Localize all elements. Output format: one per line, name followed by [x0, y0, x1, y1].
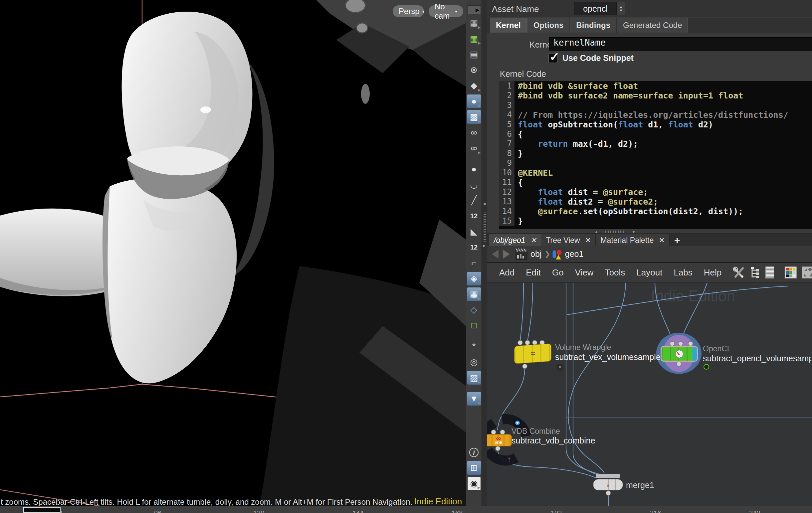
pane-splitter[interactable]: ◀ ▶	[482, 0, 487, 513]
pane-tab--obj-geo1[interactable]: /obj/geo1✕	[489, 234, 541, 246]
construction-plane-icon[interactable]: ▦▶	[467, 16, 481, 30]
tree-list-icon[interactable]	[749, 266, 760, 279]
prim-numbers-icon[interactable]: 12	[467, 241, 481, 254]
code-line[interactable]: 9	[499, 158, 812, 168]
node-name-label[interactable]: subtract_opencl_volumesample	[703, 354, 812, 363]
view-eye-icon[interactable]: ◉▶	[467, 477, 481, 490]
point-normals-icon[interactable]: ╱	[467, 193, 481, 207]
menu-help[interactable]: Help	[704, 268, 722, 278]
node-merge[interactable]: ⇣	[593, 479, 623, 490]
node-volume-wrangle[interactable]: ≈	[514, 343, 551, 364]
pane-tab-material-palette[interactable]: Material Palette✕	[596, 234, 670, 246]
param-tab-generated-code[interactable]: Generated Code	[617, 18, 688, 33]
code-line[interactable]: 5float opSubtraction(float d1, float d2)	[499, 120, 812, 129]
node-opencl[interactable]	[661, 346, 698, 362]
node-name-label[interactable]: subtract_vex_volumesample	[555, 352, 661, 362]
point-markers-icon[interactable]: ●	[467, 162, 481, 176]
background-image-icon[interactable]: ▨▶	[467, 371, 481, 385]
scene-viewport[interactable]: Persp ▾ No cam ▾ t zooms. Spacebar-Ctrl-…	[0, 0, 466, 506]
prim-normals-icon[interactable]: ◣	[467, 225, 481, 239]
pane-tab-label: Material Palette	[600, 236, 654, 245]
splitter-handle[interactable]	[484, 212, 486, 242]
code-line[interactable]: 1#bind vdb &surface float	[499, 81, 812, 91]
visualizers-icon[interactable]: ∞	[467, 126, 481, 140]
technical-tools-icon[interactable]	[733, 266, 746, 279]
merge-multi-input[interactable]	[596, 474, 620, 478]
vex-snippet-badge: ≡	[556, 364, 563, 371]
breadcrumb-root[interactable]: obj	[530, 249, 542, 259]
network-editor[interactable]: Indie Edition	[487, 283, 812, 506]
close-icon[interactable]: ✕	[659, 236, 665, 244]
menu-add[interactable]: Add	[499, 268, 515, 278]
shapes-palette-icon[interactable]	[801, 266, 812, 279]
node-vdb-combine[interactable]: ∞ VDB	[487, 434, 512, 447]
normal-lighting-icon[interactable]: ●▶	[467, 94, 481, 108]
history-forward-button[interactable]	[503, 250, 510, 259]
uv-texture-icon[interactable]: ▦▶	[467, 288, 481, 301]
menu-go[interactable]: Go	[552, 268, 564, 278]
asset-name-spinner[interactable]: ▲▼	[617, 2, 625, 15]
lock-camera-icon[interactable]: ▤	[467, 48, 481, 61]
color-palette-icon[interactable]	[784, 266, 798, 279]
code-line[interactable]: 7 return max(-d1, d2);	[499, 139, 812, 149]
kernel-name-field[interactable]: kernelName	[549, 37, 812, 51]
node-name-label[interactable]: merge1	[626, 480, 654, 490]
parameter-list-icon[interactable]	[764, 266, 775, 279]
current-frame-field[interactable]	[23, 507, 61, 513]
camera-select-button[interactable]: No cam ▾	[429, 5, 463, 17]
scene-visualizers-icon[interactable]: ∞▶	[467, 141, 481, 155]
code-line[interactable]: 14 @surface.set(opSubtraction(dist2, dis…	[499, 207, 812, 216]
param-tab-kernel[interactable]: Kernel	[490, 18, 527, 33]
asset-name-dropdown[interactable]: opencl	[574, 2, 617, 15]
group-display-icon[interactable]: ◎	[467, 355, 481, 369]
playbar-ruler[interactable]: 7296120144168192216240	[0, 506, 812, 513]
info-icon[interactable]: i	[467, 446, 481, 459]
pane-maximize-button[interactable]: ▶	[467, 5, 481, 14]
collapse-left-icon[interactable]: ◀	[483, 202, 486, 206]
spinner-down-icon[interactable]: ▼	[619, 9, 623, 12]
code-line[interactable]: 15}	[499, 216, 812, 226]
menu-icon-group	[733, 266, 812, 279]
code-line[interactable]: 13 float dist2 = @surface2;	[499, 197, 812, 207]
hull-display-icon[interactable]: □	[467, 319, 481, 332]
wireframe-display-icon[interactable]: ◇	[467, 303, 481, 317]
snap-options-icon[interactable]: ▦▶	[467, 32, 481, 46]
shaded-display-icon[interactable]: ◈	[467, 272, 481, 285]
curve-hulls-icon[interactable]: ⌐	[467, 256, 481, 270]
hq-shading-icon[interactable]: ▩▶	[467, 110, 481, 124]
code-line[interactable]: 10@KERNEL	[499, 168, 812, 178]
menu-layout[interactable]: Layout	[636, 268, 662, 278]
code-line[interactable]: 3	[499, 100, 812, 110]
code-line[interactable]: 11{	[499, 178, 812, 187]
pane-tab-bar: /obj/geo1✕Tree View✕Material Palette✕+	[487, 234, 812, 246]
menu-view[interactable]: View	[575, 268, 594, 278]
kernel-code-editor[interactable]: 1#bind vdb &surface float2#bind vdb surf…	[499, 81, 812, 229]
menu-tools[interactable]: Tools	[605, 268, 625, 278]
headlight-icon[interactable]: ◆▶	[467, 79, 481, 92]
param-tab-bindings[interactable]: Bindings	[570, 18, 616, 33]
quad-view-icon[interactable]: ⊞	[467, 461, 481, 475]
menu-labs[interactable]: Labs	[673, 268, 692, 278]
breadcrumb-current[interactable]: geo1	[565, 249, 584, 259]
close-icon[interactable]: ✕	[531, 236, 536, 244]
point-numbers-icon[interactable]: 12	[467, 209, 481, 223]
code-line[interactable]: 4// From https://iquilezles.org/articles…	[499, 110, 812, 120]
pane-tab-tree-view[interactable]: Tree View✕	[541, 234, 596, 246]
code-line[interactable]: 6{	[499, 129, 812, 139]
perspective-view-button[interactable]: Persp ▾	[393, 5, 424, 17]
code-line[interactable]: 12 float dist = @surface;	[499, 187, 812, 197]
param-tab-options[interactable]: Options	[527, 18, 570, 33]
collapse-right-icon[interactable]: ▶	[483, 244, 486, 248]
history-back-button[interactable]	[492, 250, 498, 259]
node-name-label[interactable]: subtract_vdb_combine	[512, 436, 596, 446]
disable-lighting-icon[interactable]: ⊗	[467, 63, 481, 77]
menu-edit[interactable]: Edit	[526, 268, 541, 278]
use-code-snippet-checkbox[interactable]: ✓	[548, 54, 558, 63]
code-line[interactable]: 2#bind vdb surface2 name=surface input=1…	[499, 91, 812, 100]
new-tab-button[interactable]: +	[670, 235, 685, 246]
code-line[interactable]: 8}	[499, 149, 812, 158]
close-icon[interactable]: ✕	[585, 236, 591, 244]
camera-handles-icon[interactable]: ▼▶	[467, 392, 481, 405]
origin-axes-icon[interactable]: *	[467, 340, 481, 353]
point-trails-icon[interactable]: ◡	[467, 178, 481, 192]
